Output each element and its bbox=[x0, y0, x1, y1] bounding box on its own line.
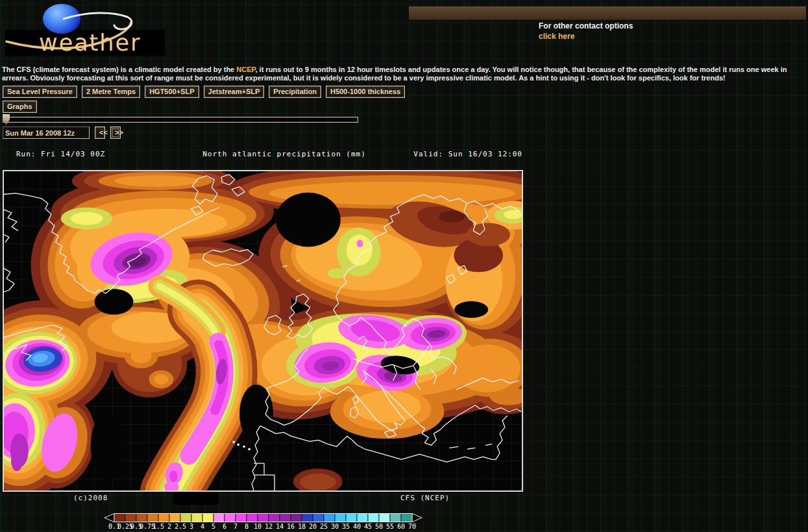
legend-swatch bbox=[346, 514, 357, 522]
legend-tick: 18 bbox=[298, 523, 306, 530]
legend-colorbar bbox=[104, 513, 423, 524]
legend-tick: 6 bbox=[223, 523, 226, 530]
description-before: The CFS (climate forecast system) is a c… bbox=[2, 66, 236, 73]
btn-h500-1000-thickness[interactable]: H500-1000 thickness bbox=[326, 86, 405, 98]
legend-swatch bbox=[136, 514, 147, 522]
legend-tick: 40 bbox=[353, 523, 361, 530]
map-title: North atlantic precipitation (mm) bbox=[202, 150, 366, 158]
btn-hgt500-slp[interactable]: HGT500+SLP bbox=[145, 86, 199, 98]
legend-swatch bbox=[158, 514, 169, 522]
legend-swatch bbox=[313, 514, 324, 522]
btn-graphs[interactable]: Graphs bbox=[3, 101, 37, 113]
legend-swatch bbox=[401, 514, 412, 522]
legend-swatch bbox=[258, 514, 269, 522]
legend-swatch bbox=[247, 514, 258, 522]
legend-swatch bbox=[191, 514, 202, 522]
legend-swatch bbox=[125, 514, 136, 522]
contact-options-text: For other contact options bbox=[539, 21, 633, 30]
legend-tick: 20 bbox=[309, 523, 317, 530]
slider-thumb[interactable] bbox=[3, 114, 10, 125]
legend-swatch bbox=[390, 514, 401, 522]
legend-tick-labels: 0.10.250.50.751.522.53456781012141618202… bbox=[104, 523, 423, 531]
timeslot-date-input[interactable] bbox=[3, 127, 90, 139]
legend-swatch bbox=[368, 514, 379, 522]
contact-click-here-link[interactable]: click here bbox=[539, 32, 574, 41]
legend-tick: 8 bbox=[245, 523, 249, 530]
step-back-button[interactable]: << bbox=[95, 127, 105, 139]
legend-swatch bbox=[269, 514, 280, 522]
legend-swatch bbox=[147, 514, 158, 522]
legend-tick: 14 bbox=[276, 523, 284, 530]
timeslot-slider[interactable] bbox=[3, 114, 358, 125]
ncep-highlight: NCEP bbox=[236, 66, 255, 73]
legend-tick: 50 bbox=[375, 523, 383, 530]
legend-tick: 45 bbox=[364, 523, 372, 530]
btn-precipitation[interactable]: Precipitation bbox=[269, 86, 321, 98]
legend-swatch bbox=[357, 514, 368, 522]
footer-black-patch bbox=[173, 492, 219, 505]
legend-tick: 3 bbox=[190, 523, 193, 530]
legend-tick: 55 bbox=[386, 523, 394, 530]
legend-swatch bbox=[280, 514, 291, 522]
btn-jetstream-slp[interactable]: Jetstream+SLP bbox=[204, 86, 265, 98]
legend-swatch bbox=[379, 514, 390, 522]
legend-tick: 60 bbox=[397, 523, 405, 530]
legend-tick: 2.5 bbox=[175, 523, 186, 530]
legend-swatch bbox=[202, 514, 214, 522]
legend-swatch bbox=[291, 514, 302, 522]
legend-swatch bbox=[180, 514, 191, 522]
site-logo: weather bbox=[39, 30, 141, 56]
legend-swatch bbox=[169, 514, 180, 522]
legend-tick: 35 bbox=[342, 523, 350, 530]
legend-tick: 4 bbox=[201, 523, 204, 530]
legend-tick: 1.5 bbox=[153, 523, 164, 530]
map-copyright: (c)2008 bbox=[73, 494, 108, 502]
map-run-label: Run: Fri 14/03 00Z bbox=[16, 150, 105, 158]
ad-banner[interactable] bbox=[409, 6, 806, 20]
legend-tick: 25 bbox=[320, 523, 328, 530]
map-source: CFS (NCEP) bbox=[400, 494, 450, 502]
legend-swatch bbox=[225, 514, 236, 522]
page: { "brand": { "logo_text": "weather" }, "… bbox=[0, 0, 808, 532]
precipitation-legend: 0.10.250.50.751.522.53456781012141618202… bbox=[104, 513, 423, 532]
legend-swatch bbox=[236, 514, 247, 522]
legend-tick: 70 bbox=[408, 523, 416, 530]
legend-tick: 30 bbox=[331, 523, 339, 530]
legend-swatch bbox=[114, 514, 125, 522]
parameter-toolbar: Sea Level Pressure 2 Metre Temps HGT500+… bbox=[3, 86, 405, 98]
legend-swatch bbox=[324, 514, 335, 522]
btn-sea-level-pressure[interactable]: Sea Level Pressure bbox=[3, 86, 77, 98]
model-description: The CFS (climate forecast system) is a c… bbox=[2, 66, 806, 82]
map-valid-label: Valid: Sun 16/03 12:00 bbox=[413, 150, 522, 158]
legend-tick: 5 bbox=[212, 523, 215, 530]
legend-tick: 2 bbox=[167, 523, 171, 530]
legend-tick: 10 bbox=[254, 523, 262, 530]
step-forward-button[interactable]: >> bbox=[110, 127, 121, 139]
legend-swatch bbox=[335, 514, 346, 522]
legend-tick: 12 bbox=[265, 523, 273, 530]
slider-track[interactable] bbox=[3, 117, 358, 123]
precipitation-map bbox=[3, 170, 523, 492]
legend-tick: 7 bbox=[234, 523, 238, 530]
legend-tick: 16 bbox=[287, 523, 295, 530]
btn-2-metre-temps[interactable]: 2 Metre Temps bbox=[82, 86, 140, 98]
legend-swatch bbox=[214, 514, 225, 522]
legend-swatch bbox=[302, 514, 313, 522]
